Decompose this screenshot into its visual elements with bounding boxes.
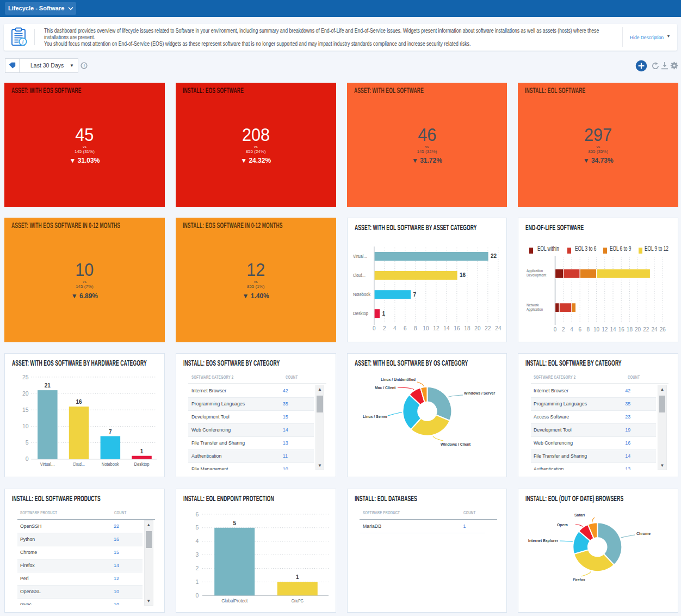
svg-text:25: 25	[22, 373, 29, 380]
svg-text:1: 1	[296, 574, 299, 580]
svg-text:16: 16	[459, 273, 466, 279]
svg-text:4: 4	[570, 327, 573, 332]
svg-text:Cloud…: Cloud…	[73, 461, 85, 467]
svg-text:1: 1	[140, 448, 144, 454]
svg-text:GnuPG: GnuPG	[292, 597, 304, 603]
svg-text:8: 8	[587, 327, 590, 332]
svg-text:GlobalProtect: GlobalProtect	[221, 597, 247, 603]
svg-text:0: 0	[195, 592, 199, 598]
svg-text:4: 4	[195, 538, 199, 544]
svg-text:2: 2	[195, 565, 199, 571]
svg-text:22: 22	[485, 325, 491, 331]
svg-text:Virtual…: Virtual…	[40, 461, 55, 467]
svg-text:Cloud…: Cloud…	[353, 272, 366, 278]
svg-text:6: 6	[579, 327, 582, 332]
svg-text:i: i	[83, 63, 85, 69]
svg-text:24: 24	[652, 327, 658, 332]
svg-text:6: 6	[195, 510, 199, 517]
svg-text:12: 12	[602, 327, 608, 332]
svg-text:Desktop: Desktop	[353, 311, 368, 317]
svg-text:26: 26	[660, 327, 666, 332]
svg-text:2: 2	[562, 327, 565, 332]
svg-text:12: 12	[433, 325, 439, 331]
svg-text:7: 7	[413, 292, 416, 298]
svg-text:3: 3	[195, 551, 199, 558]
svg-text:21: 21	[45, 383, 51, 389]
svg-text:5: 5	[195, 524, 199, 531]
svg-text:24: 24	[495, 325, 502, 331]
svg-text:1: 1	[195, 578, 199, 585]
svg-text:Virtual…: Virtual…	[353, 253, 367, 259]
svg-text:14: 14	[443, 325, 450, 331]
svg-text:16: 16	[76, 399, 82, 405]
svg-text:6: 6	[404, 325, 407, 331]
svg-text:20: 20	[474, 325, 481, 331]
svg-text:14: 14	[610, 327, 617, 332]
svg-text:Notebook: Notebook	[102, 461, 119, 467]
svg-text:18: 18	[627, 327, 633, 332]
svg-text:20: 20	[635, 327, 641, 332]
svg-text:16: 16	[454, 325, 460, 331]
svg-text:20: 20	[22, 390, 29, 397]
svg-text:0: 0	[373, 325, 376, 331]
svg-text:1: 1	[382, 311, 385, 317]
svg-text:5: 5	[233, 520, 236, 526]
svg-text:0: 0	[26, 455, 29, 462]
svg-text:0: 0	[554, 327, 557, 332]
svg-text:10: 10	[593, 327, 600, 332]
svg-text:16: 16	[618, 327, 625, 332]
svg-text:7: 7	[109, 428, 112, 434]
svg-text:22: 22	[643, 327, 649, 332]
svg-text:8: 8	[414, 325, 417, 331]
svg-text:2: 2	[383, 325, 386, 331]
svg-text:5: 5	[26, 439, 29, 446]
svg-text:4: 4	[393, 325, 397, 331]
svg-text:18: 18	[464, 325, 470, 331]
svg-text:Desktop: Desktop	[134, 461, 150, 467]
svg-text:10: 10	[22, 423, 29, 429]
svg-text:10: 10	[423, 325, 429, 331]
svg-text:Notebook: Notebook	[353, 292, 370, 298]
svg-text:15: 15	[22, 406, 29, 413]
svg-text:22: 22	[490, 254, 497, 260]
